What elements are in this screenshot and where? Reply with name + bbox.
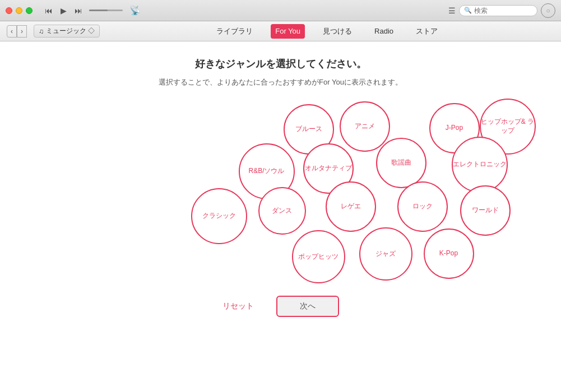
maximize-button[interactable]	[26, 7, 33, 14]
bubble-pophits[interactable]: ポップヒッツ	[292, 230, 345, 283]
music-icon: ♫	[39, 27, 44, 35]
nav-back-button[interactable]: ‹	[7, 25, 17, 38]
monitor-icon[interactable]: ○	[541, 3, 555, 18]
next-button[interactable]: 次へ	[276, 296, 339, 317]
bubble-enka[interactable]: 歌謡曲	[376, 138, 426, 188]
bubble-jazz[interactable]: ジャズ	[359, 227, 412, 281]
nav-find[interactable]: 見つける	[318, 24, 356, 39]
nav-radio[interactable]: Radio	[370, 24, 398, 39]
volume-fill	[89, 10, 108, 11]
search-area: ☰ 🔍 ○	[448, 3, 555, 18]
list-icon-button[interactable]: ☰	[448, 6, 456, 15]
bubble-world[interactable]: ワールド	[460, 185, 511, 236]
music-badge[interactable]: ♫ ミュージック ◇	[34, 25, 100, 38]
nav-links: ライブラリ For You 見つける Radio ストア	[100, 24, 554, 39]
nav-store[interactable]: ストア	[411, 24, 442, 39]
traffic-lights	[6, 7, 33, 14]
bubble-anime[interactable]: アニメ	[340, 101, 390, 152]
airplay-button[interactable]: 📡	[129, 5, 141, 16]
toolbar: ‹ › ♫ ミュージック ◇ ライブラリ For You 見つける Radio …	[0, 21, 561, 41]
page-subtitle: 選択することで、よりあなたに合ったおすすめがFor Youに表示されます。	[159, 77, 402, 87]
bubble-rock[interactable]: ロック	[397, 181, 448, 232]
main-content: 好きなジャンルを選択してください。 選択することで、よりあなたに合ったおすすめが…	[0, 41, 561, 392]
music-label: ミュージック ◇	[46, 26, 95, 36]
minimize-button[interactable]	[16, 7, 22, 14]
bottom-actions: リセット 次へ	[222, 296, 339, 317]
search-input[interactable]	[474, 7, 530, 15]
nav-library[interactable]: ライブラリ	[212, 24, 257, 39]
bubble-container: ブルースアニメJ-Popヒップホップ& ラップR&B/ソウルオルタナティブ歌謡曲…	[118, 99, 443, 289]
close-button[interactable]	[6, 7, 12, 14]
play-button[interactable]: ▶	[58, 5, 69, 16]
reset-button[interactable]: リセット	[222, 301, 254, 311]
bubble-classic[interactable]: クラシック	[191, 188, 247, 244]
search-icon: 🔍	[464, 7, 472, 14]
nav-forward-button[interactable]: ›	[17, 25, 27, 38]
bubble-reggae[interactable]: レゲエ	[326, 181, 376, 232]
fast-forward-button[interactable]: ⏭	[72, 5, 85, 16]
page-title: 好きなジャンルを選択してください。	[195, 57, 367, 71]
nav-for-you[interactable]: For You	[271, 24, 305, 39]
rewind-button[interactable]: ⏮	[43, 5, 55, 16]
bubble-dance[interactable]: ダンス	[258, 187, 306, 235]
bubble-kpop[interactable]: K-Pop	[424, 228, 474, 279]
volume-slider[interactable]	[89, 10, 123, 11]
search-field-wrap: 🔍	[459, 5, 537, 16]
media-controls: ⏮ ▶ ⏭	[43, 5, 85, 16]
titlebar: ⏮ ▶ ⏭ 📡 ☰ 🔍 ○	[0, 0, 561, 21]
bubble-electronic[interactable]: エレクトロニック	[452, 137, 508, 193]
